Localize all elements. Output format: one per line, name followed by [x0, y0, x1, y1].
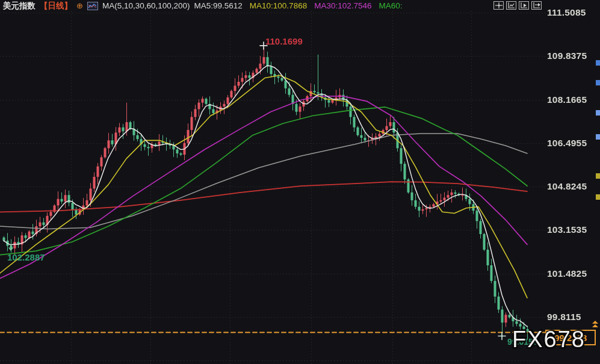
add-indicator-icon[interactable]: ⊕	[76, 1, 83, 10]
price-axis-label: 104.8245	[547, 181, 598, 192]
fx678-watermark: FX678	[512, 327, 586, 353]
price-axis-label: 106.4955	[547, 138, 598, 149]
indicator-pane-icon[interactable]	[506, 1, 516, 10]
edge-fragment	[596, 194, 600, 200]
price-axis-label: 101.4825	[547, 268, 598, 279]
chart-thumbnail-icon[interactable]	[87, 2, 98, 10]
ma-legend-value-0: MA5:99.5612	[194, 1, 243, 10]
crosshair-icon[interactable]	[493, 1, 504, 10]
peak-price-annotation: 110.1699	[265, 36, 303, 46]
play-chart-icon[interactable]	[519, 1, 529, 10]
jump-to-latest-icon[interactable]	[592, 321, 599, 329]
ma-legend-value-1: MA10:100.7868	[250, 1, 307, 10]
price-axis-label: 109.8375	[547, 51, 598, 61]
instrument-title: 美元指数	[3, 1, 36, 11]
left-low-price-annotation: 102.2887	[7, 252, 45, 262]
edge-fragment	[596, 173, 600, 179]
chart-header: 美元指数 【日线】 ⊕ MA(5,10,30,60,100,200) MA5:9…	[3, 1, 403, 11]
ma-legend-value-2: MA30:102.7546	[314, 1, 371, 10]
candlestick-chart[interactable]	[0, 0, 600, 364]
ma-legend: MA5:99.5612MA10:100.7868MA30:102.7546MA6…	[194, 1, 403, 10]
edge-fragment	[596, 134, 600, 140]
ma-parameters-label: MA(5,10,30,60,100,200)	[102, 1, 190, 10]
chart-toolbar	[493, 1, 542, 10]
price-axis-label: 108.1665	[547, 94, 598, 105]
price-axis-label: 111.5085	[547, 7, 598, 18]
export-chart-icon[interactable]	[531, 1, 542, 10]
price-axis-label: 103.1535	[547, 224, 598, 235]
edge-fragment	[596, 110, 600, 116]
edge-fragment	[596, 80, 600, 85]
edge-fragment	[596, 60, 600, 66]
timeframe-label[interactable]: 【日线】	[40, 1, 72, 11]
ma-legend-value-3: MA60:	[379, 1, 402, 10]
chart-window: 美元指数 【日线】 ⊕ MA(5,10,30,60,100,200) MA5:9…	[0, 0, 600, 364]
price-axis-label: 99.8115	[547, 312, 598, 322]
